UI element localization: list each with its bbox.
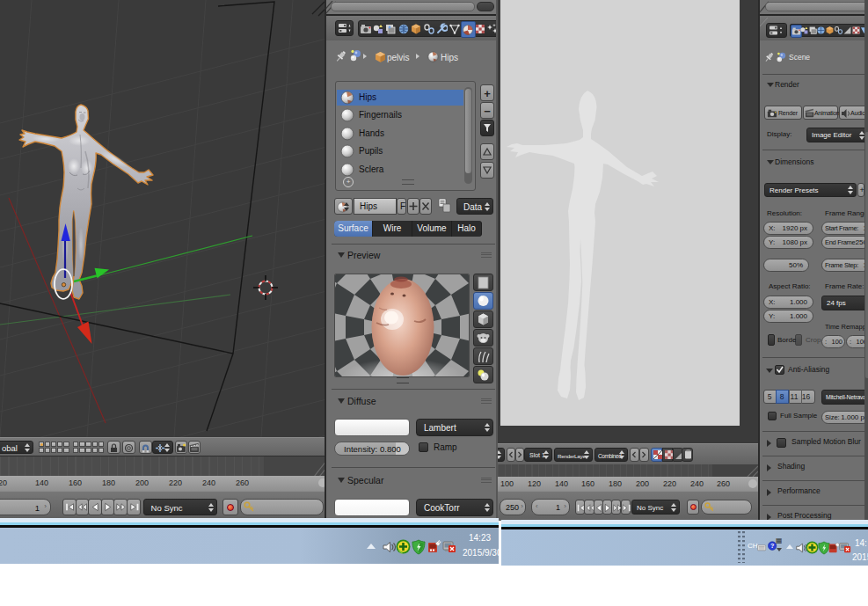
svg-text:?: ? bbox=[770, 542, 774, 550]
